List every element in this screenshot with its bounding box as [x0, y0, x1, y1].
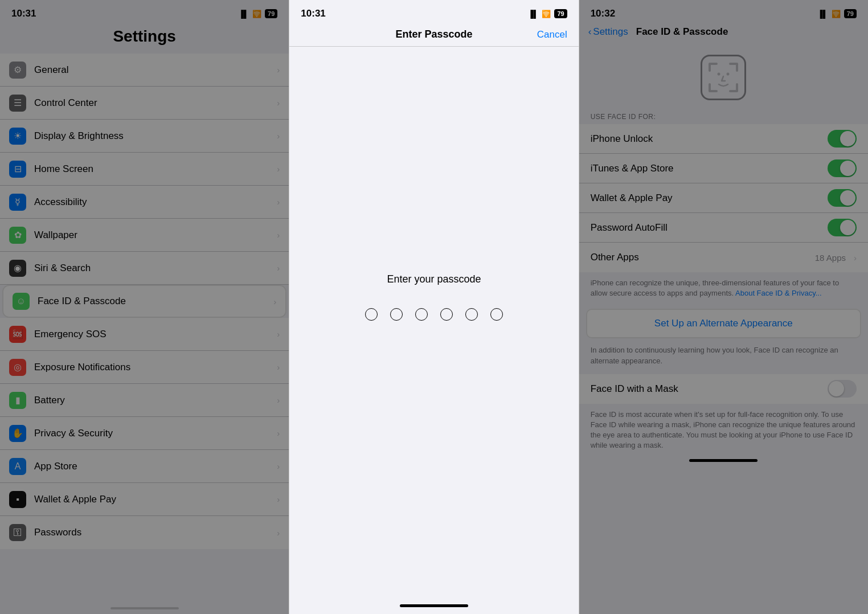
signal-icon-3: ▐▌ — [817, 10, 828, 18]
passcode-panel: 10:31 ▐▌ 🛜 79 Enter Passcode Cancel Ente… — [289, 0, 579, 614]
wallpaper-label: Wallpaper — [34, 230, 272, 241]
itunes-toggle[interactable] — [828, 159, 857, 177]
face-id-icon-area — [579, 43, 868, 109]
status-icons-1: ▐▌ 🛜 79 — [239, 9, 278, 18]
face-id-list: iPhone Unlock iTunes & App Store Wallet … — [579, 124, 868, 272]
exposure-notifications-chevron-icon: › — [277, 362, 280, 372]
mask-toggle-knob — [829, 381, 844, 396]
settings-item-exposure-notifications[interactable]: ◎Exposure Notifications› — [0, 351, 289, 384]
home-screen-chevron-icon: › — [277, 164, 280, 174]
wallet-toggle[interactable] — [828, 189, 857, 207]
passcode-body: Enter your passcode — [289, 47, 578, 605]
general-chevron-icon: › — [277, 65, 280, 75]
passcode-cancel-button[interactable]: Cancel — [537, 29, 567, 40]
passcode-dot-2 — [390, 308, 403, 321]
wallet-apple-pay-icon: ▪ — [9, 491, 26, 508]
status-time-3: 10:32 — [591, 8, 615, 19]
control-center-icon: ☰ — [9, 95, 26, 112]
passwords-chevron-icon: › — [277, 528, 280, 538]
settings-panel: 10:31 ▐▌ 🛜 79 Settings ⚙General›☰Control… — [0, 0, 289, 614]
face-id-mask-item[interactable]: Face ID with a Mask — [579, 374, 868, 404]
exposure-notifications-label: Exposure Notifications — [34, 362, 272, 373]
general-label: General — [34, 64, 272, 76]
wallet-toggle-knob — [840, 190, 855, 206]
settings-item-wallet-apple-pay[interactable]: ▪Wallet & Apple Pay› — [0, 483, 289, 516]
wallet-apple-pay-chevron-icon: › — [277, 494, 280, 504]
settings-item-display-brightness[interactable]: ☀Display & Brightness› — [0, 120, 289, 153]
wallpaper-chevron-icon: › — [277, 230, 280, 240]
wallpaper-icon: ✿ — [9, 227, 26, 244]
alternate-appearance-label: Set Up an Alternate Appearance — [654, 318, 793, 329]
password-autofill-item[interactable]: Password AutoFill — [579, 213, 868, 243]
back-button[interactable]: ‹ Settings — [588, 26, 628, 38]
settings-item-privacy-security[interactable]: ✋Privacy & Security› — [0, 417, 289, 450]
battery-label: Battery — [34, 395, 272, 406]
itunes-app-store-item[interactable]: iTunes & App Store — [579, 154, 868, 183]
settings-item-emergency-sos[interactable]: 🆘Emergency SOS› — [0, 318, 289, 351]
emergency-sos-label: Emergency SOS — [34, 329, 272, 340]
settings-item-general[interactable]: ⚙General› — [0, 54, 289, 87]
passcode-dot-3 — [415, 308, 428, 321]
signal-icon-2: ▐▌ — [528, 10, 538, 18]
display-brightness-icon: ☀ — [9, 128, 26, 145]
control-center-chevron-icon: › — [277, 98, 280, 108]
emergency-sos-icon: 🆘 — [9, 326, 26, 343]
settings-item-accessibility[interactable]: ☿Accessibility› — [0, 186, 289, 219]
app-store-icon: A — [9, 458, 26, 475]
siri-search-icon: ◉ — [9, 260, 26, 277]
exposure-notifications-icon: ◎ — [9, 359, 26, 376]
itunes-app-store-label: iTunes & App Store — [591, 163, 828, 174]
face-id-description: iPhone can recognize the unique, three-d… — [579, 273, 868, 306]
settings-item-passwords[interactable]: ⚿Passwords› — [0, 516, 289, 549]
settings-item-wallpaper[interactable]: ✿Wallpaper› — [0, 219, 289, 252]
app-store-label: App Store — [34, 461, 272, 472]
settings-item-home-screen[interactable]: ⊟Home Screen› — [0, 153, 289, 186]
other-apps-item[interactable]: Other Apps 18 Apps › — [579, 243, 868, 272]
battery-icon: ▮ — [9, 392, 26, 409]
emergency-sos-chevron-icon: › — [277, 329, 280, 339]
iphone-unlock-item[interactable]: iPhone Unlock — [579, 124, 868, 154]
settings-item-siri-search[interactable]: ◉Siri & Search› — [0, 252, 289, 285]
other-apps-chevron-icon: › — [854, 253, 857, 263]
settings-item-battery[interactable]: ▮Battery› — [0, 384, 289, 417]
passcode-dot-1 — [365, 308, 378, 321]
face-id-passcode-chevron-icon: › — [273, 297, 276, 306]
control-center-label: Control Center — [34, 97, 272, 109]
other-apps-label: Other Apps — [591, 252, 815, 263]
mask-description: Face ID is most accurate when it's set u… — [579, 405, 868, 455]
face-id-passcode-label: Face ID & Passcode — [38, 296, 269, 307]
privacy-security-icon: ✋ — [9, 425, 26, 442]
settings-item-face-id-passcode[interactable]: ☺Face ID & Passcode› — [2, 285, 286, 318]
passwords-icon: ⚿ — [9, 524, 26, 541]
autofill-toggle-knob — [840, 220, 855, 235]
status-time-1: 10:31 — [11, 8, 36, 19]
chevron-left-icon: ‹ — [588, 26, 592, 38]
wifi-icon-2: 🛜 — [542, 10, 551, 18]
battery-2: 79 — [554, 9, 567, 18]
face-scan-svg — [705, 59, 742, 96]
wallet-apple-pay-item[interactable]: Wallet & Apple Pay — [579, 183, 868, 213]
iphone-unlock-toggle[interactable] — [828, 130, 857, 148]
privacy-security-label: Privacy & Security — [34, 428, 272, 439]
passcode-prompt: Enter your passcode — [387, 273, 481, 285]
siri-search-label: Siri & Search — [34, 263, 272, 274]
section-label-face-id: USE FACE ID FOR: — [579, 109, 868, 124]
siri-search-chevron-icon: › — [277, 263, 280, 273]
scrollbar-hint-1 — [110, 607, 179, 609]
face-id-title: Face ID & Passcode — [636, 26, 728, 38]
settings-list[interactable]: ⚙General›☰Control Center›☀Display & Brig… — [0, 54, 289, 603]
mask-list: Face ID with a Mask — [579, 374, 868, 404]
settings-item-app-store[interactable]: AApp Store› — [0, 450, 289, 483]
passcode-dots — [365, 308, 503, 321]
wifi-icon-1: 🛜 — [252, 10, 261, 18]
home-screen-label: Home Screen — [34, 163, 272, 175]
settings-item-control-center[interactable]: ☰Control Center› — [0, 87, 289, 120]
mask-toggle[interactable] — [828, 380, 857, 398]
status-bar-2: 10:31 ▐▌ 🛜 79 — [289, 0, 578, 23]
autofill-toggle[interactable] — [828, 219, 857, 236]
accessibility-icon: ☿ — [9, 194, 26, 211]
status-time-2: 10:31 — [301, 8, 325, 19]
about-face-id-link[interactable]: About Face ID & Privacy... — [735, 289, 821, 297]
alternate-appearance-button[interactable]: Set Up an Alternate Appearance — [586, 309, 861, 338]
battery-3: 79 — [844, 9, 857, 18]
